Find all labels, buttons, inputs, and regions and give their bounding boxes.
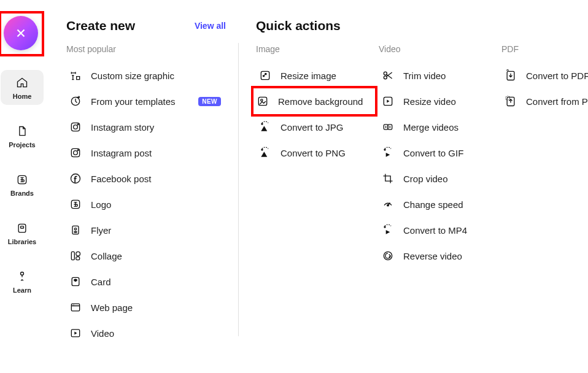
removebg-icon — [256, 94, 269, 108]
sidebar-item-learn[interactable]: Learn — [1, 264, 44, 299]
crop-icon — [381, 172, 395, 185]
item-label: Instagram post — [91, 148, 152, 158]
brand-icon — [15, 173, 29, 186]
convertvid-icon — [381, 146, 395, 160]
create-item-web-page[interactable]: Web page — [66, 294, 226, 320]
sidebar-item-projects[interactable]: Projects — [1, 118, 44, 153]
topdf-icon — [504, 69, 517, 82]
new-badge: NEW — [198, 97, 221, 106]
create-item-from-your-templates[interactable]: From your templatesNEW — [66, 88, 226, 114]
quick-pdf-convert-from-pdf[interactable]: Convert from PDF — [501, 88, 588, 114]
quick-col-pdf: PDF Convert to PDFConvert from PDF — [501, 44, 588, 269]
speed-icon — [381, 198, 395, 211]
item-label: Video — [91, 328, 114, 339]
create-sub: Most popular — [66, 44, 226, 54]
item-label: Convert to GIF — [403, 148, 463, 158]
create-item-video[interactable]: Video — [66, 320, 226, 346]
quick-video-convert-to-gif[interactable]: Convert to GIF — [379, 140, 495, 166]
custom-size-icon — [69, 69, 82, 82]
sidebar-label: Learn — [13, 286, 31, 294]
quick-video-crop-video[interactable]: Crop video — [379, 166, 495, 191]
item-label: Convert to MP4 — [403, 225, 467, 236]
divider — [238, 43, 239, 336]
create-item-custom-size-graphic[interactable]: Custom size graphic — [66, 63, 226, 88]
quick-image-remove-background[interactable]: Remove background — [256, 88, 373, 114]
quick-image-convert-to-png[interactable]: Convert to PNG — [256, 140, 373, 166]
item-label: Remove background — [278, 96, 363, 107]
frompdf-icon — [504, 94, 517, 108]
item-label: Card — [91, 277, 111, 287]
create-item-card[interactable]: Card — [66, 269, 226, 294]
item-label: Web page — [91, 302, 133, 313]
item-label: Resize video — [403, 96, 456, 107]
create-item-instagram-post[interactable]: Instagram post — [66, 140, 226, 166]
template-icon — [69, 94, 82, 108]
quick-image-remove-background-highlight: Remove background — [251, 86, 377, 117]
quick-video-change-speed[interactable]: Change speed — [379, 191, 495, 217]
trim-icon — [381, 69, 395, 82]
sidebar-item-home[interactable]: Home — [1, 70, 44, 105]
item-label: Collage — [91, 251, 122, 261]
sidebar-label: Projects — [9, 141, 35, 148]
create-item-facebook-post[interactable]: Facebook post — [66, 166, 226, 191]
card-icon — [69, 275, 82, 288]
sidebar-item-brands[interactable]: Brands — [1, 167, 44, 202]
quick-image-resize-image[interactable]: Resize image — [256, 63, 373, 88]
convertimg-icon — [258, 120, 272, 134]
file-icon — [15, 125, 29, 138]
create-item-logo[interactable]: Logo — [66, 191, 226, 217]
quick-video-list: Trim videoResize videoMerge videosConver… — [379, 63, 495, 269]
view-all-link[interactable]: View all — [195, 21, 226, 31]
sidebar-label: Libraries — [8, 238, 36, 245]
item-label: Facebook post — [91, 174, 151, 184]
convertvid-icon — [381, 223, 395, 237]
home-icon — [15, 76, 29, 90]
item-label: Logo — [91, 199, 111, 210]
reverse-icon — [381, 249, 395, 263]
quick-col-image: Image Resize imageRemove backgroundConve… — [256, 44, 373, 269]
convertimg-icon — [258, 146, 272, 160]
create-item-instagram-story[interactable]: Instagram story — [66, 114, 226, 140]
close-icon — [14, 26, 28, 40]
item-label: Crop video — [403, 174, 448, 184]
close-button[interactable] — [4, 16, 38, 50]
create-list: Custom size graphicFrom your templatesNE… — [66, 63, 226, 346]
resize-icon — [258, 69, 272, 82]
item-label: Resize image — [280, 71, 336, 81]
close-button-highlight — [0, 11, 44, 56]
library-icon — [15, 221, 29, 235]
sidebar-item-libraries[interactable]: Libraries — [1, 215, 44, 250]
quick-actions-column: Quick actions Image Resize imageRemove b… — [244, 18, 588, 361]
quick-col-video: Video Trim videoResize videoMerge videos… — [379, 44, 495, 269]
quick-pdf-convert-to-pdf[interactable]: Convert to PDF — [501, 63, 588, 88]
instagram-icon — [69, 146, 82, 160]
item-label: Convert to JPG — [280, 122, 344, 133]
resizevid-icon — [381, 94, 395, 108]
quick-video-merge-videos[interactable]: Merge videos — [379, 114, 495, 140]
quick-video-resize-video[interactable]: Resize video — [379, 88, 495, 114]
webpage-icon — [69, 301, 82, 314]
create-title: Create new — [66, 18, 135, 33]
learn-icon — [15, 270, 29, 283]
item-label: From your templates — [91, 96, 176, 107]
flyer-icon — [69, 223, 82, 237]
item-label: Convert to PNG — [280, 148, 346, 158]
quick-sub-image: Image — [256, 44, 373, 54]
quick-sub-video: Video — [379, 44, 495, 54]
create-new-column: Create new View all Most popular Custom … — [66, 18, 238, 361]
quick-title: Quick actions — [256, 18, 341, 33]
item-label: Trim video — [403, 71, 446, 81]
quick-video-trim-video[interactable]: Trim video — [379, 63, 495, 88]
quick-pdf-list: Convert to PDFConvert from PDF — [501, 63, 588, 114]
item-label: Flyer — [91, 225, 111, 236]
merge-icon — [381, 120, 395, 134]
quick-image-convert-to-jpg[interactable]: Convert to JPG — [256, 114, 373, 140]
item-label: Custom size graphic — [91, 71, 174, 81]
create-item-flyer[interactable]: Flyer — [66, 217, 226, 243]
quick-image-list: Resize imageRemove backgroundConvert to … — [256, 63, 373, 166]
quick-video-reverse-video[interactable]: Reverse video — [379, 243, 495, 269]
sidebar-label: Brands — [10, 190, 34, 197]
quick-video-convert-to-mp4[interactable]: Convert to MP4 — [379, 217, 495, 243]
item-label: Change speed — [403, 199, 463, 210]
create-item-collage[interactable]: Collage — [66, 243, 226, 269]
